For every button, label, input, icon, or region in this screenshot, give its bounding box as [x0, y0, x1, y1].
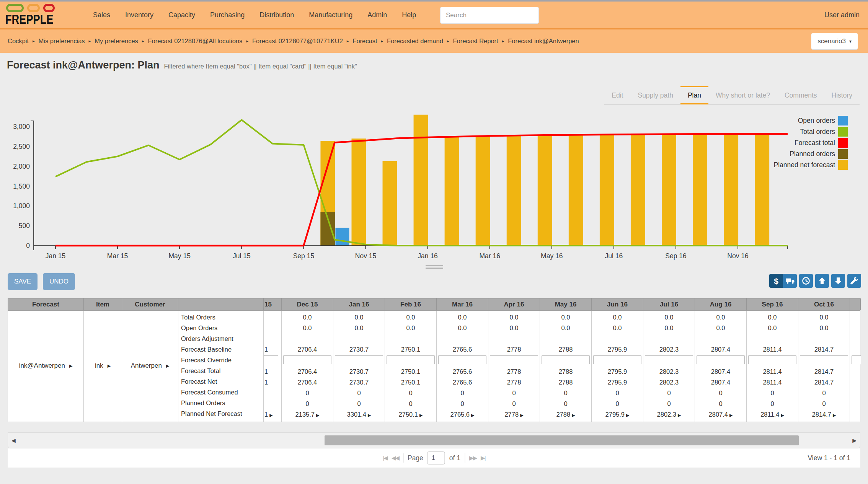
item-cell[interactable]: ink▶ — [84, 311, 122, 422]
cell-planned-net-forecast[interactable]: 3301.4▶ — [333, 409, 385, 420]
history-horizon-button[interactable] — [799, 274, 813, 288]
forecast-override-input[interactable] — [335, 355, 383, 364]
cell-planned-net-forecast[interactable]: 2802.3▶ — [643, 409, 695, 420]
forecast-override-input[interactable] — [264, 355, 278, 364]
nav-item-help[interactable]: Help — [402, 11, 416, 19]
column-header-apr-16[interactable]: Apr 16 — [488, 298, 540, 310]
cell-planned-net-forecast[interactable]: 2814.7▶ — [798, 409, 850, 420]
forecast-override-input[interactable] — [542, 355, 590, 364]
scroll-left-icon[interactable]: ◀ — [11, 433, 16, 448]
forecast-override-input[interactable] — [490, 355, 538, 364]
cell-forecast-baseline: 2802.3 — [643, 344, 695, 355]
cell-planned-net-forecast[interactable]: 2778▶ — [488, 409, 540, 420]
download-button[interactable] — [831, 274, 845, 288]
column-header-forecast[interactable]: Forecast — [8, 298, 84, 310]
forecast-cell[interactable]: ink@Antwerpen▶ — [8, 311, 84, 422]
column-header-sep-16[interactable]: Sep 16 — [747, 298, 798, 310]
column-header-aug-16[interactable]: Aug 16 — [695, 298, 747, 310]
column-header-jul-16[interactable]: Jul 16 — [643, 298, 695, 310]
column-header-feb-16[interactable]: Feb 16 — [385, 298, 437, 310]
cell-planned-orders: 0 — [488, 398, 540, 409]
nav-item-purchasing[interactable]: Purchasing — [210, 11, 245, 19]
drill-down-icon: ▶ — [316, 413, 319, 417]
cell-planned-net-forecast[interactable]: 2807.4▶ — [695, 409, 746, 420]
user-menu[interactable]: User admin — [824, 2, 860, 28]
nav-item-inventory[interactable]: Inventory — [125, 11, 153, 19]
forecast-override-input[interactable] — [852, 355, 861, 364]
cell-forecast-override — [695, 355, 746, 366]
breadcrumb-item-cockpit[interactable]: Cockpit — [8, 37, 29, 45]
nav-item-distribution[interactable]: Distribution — [259, 11, 294, 19]
prev-page-button[interactable]: ◀◀ — [392, 455, 399, 461]
column-header-jan-16[interactable]: Jan 16 — [333, 298, 385, 310]
drill-down-icon[interactable]: ▶ — [269, 413, 272, 417]
cell-partial — [850, 398, 861, 409]
customer-cell[interactable]: Antwerpen▶ — [122, 311, 178, 422]
nav-item-sales[interactable]: Sales — [93, 11, 110, 19]
undo-button[interactable]: UNDO — [43, 273, 75, 290]
column-header-jun-16[interactable]: Jun 16 — [592, 298, 643, 310]
breadcrumb-item-forecast[interactable]: Forecast — [352, 37, 377, 45]
breadcrumb-item-forecast-02128076-all-locations[interactable]: Forecast 02128076@All locations — [148, 37, 242, 45]
cell-forecast-net: 2706.4 — [282, 377, 333, 388]
forecast-override-input[interactable] — [593, 355, 641, 364]
breadcrumb-separator-icon: ▸ — [142, 39, 144, 44]
column-header-oct-16[interactable]: Oct 16 — [798, 298, 850, 310]
breadcrumb-item-my-preferences[interactable]: My preferences — [95, 37, 138, 45]
page-number-input[interactable] — [427, 451, 445, 464]
frepple-logo[interactable]: FREPPLE — [5, 4, 65, 26]
breadcrumb-item-forecast-report[interactable]: Forecast Report — [453, 37, 498, 45]
first-page-button[interactable]: |◀ — [383, 455, 387, 461]
breadcrumb-item-forecast-02128077-10771ku2[interactable]: Forecast 02128077@10771KU2 — [252, 37, 343, 45]
cell-planned-net-forecast[interactable]: 2765.6▶ — [437, 409, 488, 420]
search-input[interactable] — [440, 7, 539, 24]
nav-item-admin[interactable]: Admin — [367, 11, 387, 19]
last-page-button[interactable]: ▶| — [481, 455, 485, 461]
chart-resize-handle-icon[interactable] — [426, 265, 443, 269]
forecast-override-input[interactable] — [645, 355, 693, 364]
upload-button[interactable] — [815, 274, 829, 288]
legend-item-forecast-total: Forecast total — [756, 137, 848, 148]
cell-planned-orders: 0 — [695, 398, 746, 409]
breadcrumb-item-forecast-ink-antwerpen[interactable]: Forecast ink@Antwerpen — [508, 37, 579, 45]
column-header-blank[interactable] — [850, 298, 861, 310]
column-header-blank[interactable] — [178, 298, 264, 310]
column-header-15[interactable]: 15 — [264, 298, 282, 310]
column-header-dec-15[interactable]: Dec 15 — [282, 298, 333, 310]
grid-horizontal-scrollbar[interactable]: ◀ ▶ — [8, 432, 860, 448]
cell-planned-net-forecast[interactable]: 2135.7▶ — [282, 409, 333, 420]
cell-planned-net-forecast[interactable]: 2811.4▶ — [747, 409, 798, 420]
cell-forecast-total: 2814.7 — [798, 366, 850, 377]
cell-forecast-net: 2807.4 — [695, 377, 746, 388]
save-button[interactable]: SAVE — [8, 273, 38, 290]
forecast-override-input[interactable] — [800, 355, 848, 364]
forecast-override-input[interactable] — [387, 355, 435, 364]
cell-planned-net-forecast[interactable]: 2788▶ — [540, 409, 591, 420]
breadcrumb-item-forecasted-demand[interactable]: Forecasted demand — [387, 37, 443, 45]
scroll-right-icon[interactable]: ▶ — [852, 433, 857, 448]
quantity-view-button[interactable] — [783, 274, 797, 288]
forecast-override-input[interactable] — [697, 355, 745, 364]
cell-forecast-override — [488, 355, 540, 366]
forecast-override-input[interactable] — [438, 355, 486, 364]
drill-down-icon: ▶ — [781, 413, 784, 417]
scenario-selector[interactable]: scenario3 ▾ — [811, 33, 858, 50]
scrollbar-thumb[interactable] — [325, 435, 799, 445]
currency-view-button[interactable]: $ — [769, 274, 783, 288]
cell-planned-net-forecast[interactable]: 2795.9▶ — [592, 409, 643, 420]
cell-planned-orders: 0 — [385, 398, 436, 409]
settings-button[interactable] — [847, 274, 861, 288]
cell-planned-orders: 0 — [747, 398, 798, 409]
forecast-override-input[interactable] — [283, 355, 331, 364]
column-header-may-16[interactable]: May 16 — [540, 298, 592, 310]
column-header-item[interactable]: Item — [84, 298, 122, 310]
nav-item-capacity[interactable]: Capacity — [168, 11, 195, 19]
forecast-override-input[interactable] — [748, 355, 796, 364]
nav-item-manufacturing[interactable]: Manufacturing — [309, 11, 352, 19]
cell-planned-net-forecast[interactable]: 2750.1▶ — [385, 409, 436, 420]
column-header-customer[interactable]: Customer — [122, 298, 178, 310]
column-header-mar-16[interactable]: Mar 16 — [437, 298, 488, 310]
next-page-button[interactable]: ▶▶ — [469, 455, 476, 461]
cell-open-orders: 0.0 — [798, 323, 850, 333]
breadcrumb-item-mis-preferencias[interactable]: Mis preferencias — [39, 37, 85, 45]
